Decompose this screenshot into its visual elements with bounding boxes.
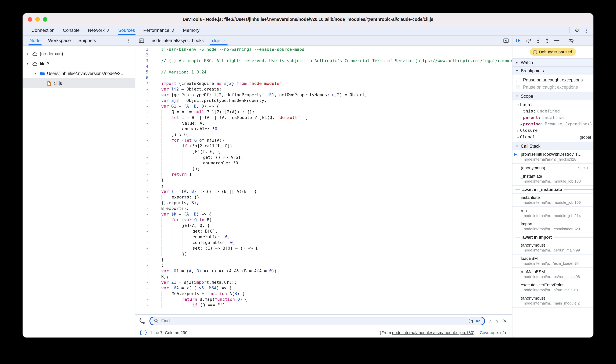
call-stack-frame[interactable]: (anonymous)node:internal/m…main_module:2 [512, 294, 593, 308]
close-tab-icon[interactable]: × [223, 38, 225, 43]
coverage-link[interactable]: Coverage: n/a [480, 330, 506, 335]
call-stack-frame[interactable]: runnode:internal/m…module_job:214 [512, 207, 593, 220]
line-gutter[interactable]: - [135, 257, 154, 262]
line-gutter[interactable]: - [135, 172, 154, 177]
line-gutter[interactable]: - [135, 92, 154, 98]
section-watch[interactable]: ▸ Watch [512, 58, 593, 67]
line-gutter[interactable]: - [135, 223, 154, 228]
line-gutter[interactable]: - [135, 280, 154, 285]
line-gutter[interactable]: - [135, 274, 154, 280]
line-gutter[interactable]: - [135, 138, 154, 143]
collapse-navigator-icon[interactable] [135, 36, 148, 45]
line-gutter[interactable]: 7 [135, 81, 154, 86]
scope-section-global[interactable]: ▸Globalglobal [512, 134, 593, 140]
zoom-window-button[interactable] [43, 17, 47, 22]
line-gutter[interactable]: 6 [135, 75, 154, 81]
step-icon[interactable] [554, 38, 560, 43]
step-into-icon[interactable] [536, 38, 541, 43]
tree-item-cli-js[interactable]: cli.js [23, 78, 135, 88]
section-scope[interactable]: ▾ Scope [512, 92, 593, 100]
tree-item-file-[interactable]: ▾file:// [23, 59, 135, 69]
line-gutter[interactable]: - [135, 240, 154, 246]
line-gutter[interactable]: - [135, 86, 154, 92]
section-call-stack[interactable]: ▾ Call Stack [512, 142, 593, 150]
line-gutter[interactable]: - [135, 251, 154, 257]
line-gutter[interactable]: - [135, 268, 154, 274]
line-gutter[interactable]: - [135, 189, 154, 194]
tree-item--no-domain-[interactable]: ▸(no domain) [23, 49, 135, 59]
checkbox[interactable] [516, 78, 520, 82]
close-window-button[interactable] [28, 17, 32, 22]
navigator-tab-workspace[interactable]: Workspace [44, 36, 74, 45]
line-gutter[interactable]: - [135, 246, 154, 251]
close-find-icon[interactable]: ✕ [503, 318, 507, 324]
line-gutter[interactable]: - [135, 194, 154, 200]
line-gutter[interactable]: - [135, 206, 154, 211]
line-gutter[interactable]: - [135, 104, 154, 109]
deactivate-breakpoints-icon[interactable] [568, 38, 574, 43]
scope-variable-parent[interactable]: parent:undefined [512, 114, 593, 121]
minimize-window-button[interactable] [35, 17, 40, 22]
line-gutter[interactable]: - [135, 228, 154, 234]
line-gutter[interactable]: - [135, 132, 154, 138]
find-input[interactable]: Find (.*) Aa [149, 316, 485, 325]
tab-memory[interactable]: Memory [179, 25, 204, 35]
line-gutter[interactable]: - [135, 217, 154, 223]
line-gutter[interactable]: - [135, 109, 154, 115]
line-gutter[interactable]: - [135, 149, 154, 155]
replace-toggle-icon[interactable]: AB [139, 317, 146, 325]
line-gutter[interactable]: - [135, 177, 154, 183]
line-gutter[interactable]: - [135, 200, 154, 206]
line-gutter[interactable]: - [135, 98, 154, 104]
regex-toggle-icon[interactable]: (.*) [468, 319, 473, 323]
expand-debugger-icon[interactable] [500, 36, 512, 45]
scope-variable-promise[interactable]: ▸promise:Promise {<pending>} [512, 121, 593, 127]
line-gutter[interactable]: - [135, 166, 154, 172]
call-stack-frame[interactable]: instantiatenode:internal/m…module_job:10… [512, 194, 593, 207]
call-stack-frame[interactable]: loadESMnode:internal/p…/esm_loader:34 [512, 255, 593, 268]
section-breakpoints[interactable]: ▾ Breakpoints [512, 67, 593, 75]
pretty-print-icon[interactable]: { } [139, 330, 147, 335]
breakpoint-option[interactable]: Pause on uncaught exceptions [512, 76, 593, 83]
call-stack-frame[interactable]: importnode:internal/m…esm/loader:329 [512, 220, 593, 233]
line-gutter[interactable]: - [135, 285, 154, 291]
tab-connection[interactable]: Connection [27, 25, 59, 35]
line-gutter[interactable]: - [135, 155, 154, 160]
line-gutter[interactable]: - [135, 160, 154, 166]
call-stack-frame[interactable]: (anonymous)cli.js:1 [512, 164, 593, 172]
line-gutter[interactable]: 5 [135, 69, 154, 75]
line-gutter[interactable]: - [135, 291, 154, 297]
line-gutter[interactable]: - [135, 120, 154, 126]
line-gutter[interactable]: - [135, 234, 154, 240]
settings-gear-icon[interactable]: ⚙ [574, 28, 579, 33]
step-over-icon[interactable] [526, 38, 532, 43]
line-gutter[interactable]: - [135, 211, 154, 217]
step-out-icon[interactable] [545, 38, 550, 43]
more-options-icon[interactable]: ⋮ [584, 27, 589, 33]
tree-item-users-jinhuilee-nvm-versions-node-v2-[interactable]: ▾Users/jinhuilee/.nvm/versions/node/v2… [23, 69, 135, 78]
source-editor[interactable]: 1#!/usr/bin/env -S node --no-warnings --… [135, 46, 512, 314]
scope-section-local[interactable]: ▾Local [512, 102, 593, 108]
line-gutter[interactable]: - [135, 183, 154, 189]
source-origin-link[interactable]: node:internal/modules/esm/module_job:130 [392, 330, 473, 335]
line-gutter[interactable]: 2 [135, 52, 154, 58]
editor-tab-cli-js[interactable]: cli.js× [208, 36, 230, 45]
line-gutter[interactable]: 4 [135, 64, 154, 69]
line-gutter[interactable]: - [135, 297, 154, 302]
tab-network[interactable]: Network [84, 25, 114, 35]
breakpoint-option[interactable]: Pause on caught exceptions [512, 83, 593, 91]
call-stack-frame[interactable]: executeUserEntryPointnode:internal/m…s/r… [512, 281, 593, 294]
navigator-more-icon[interactable]: ⋮ [121, 36, 135, 45]
scope-variable-this[interactable]: this:undefined [512, 108, 593, 114]
scope-section-closure[interactable]: ▸Closure [512, 127, 593, 134]
find-next-icon[interactable]: ∨ [496, 318, 499, 323]
line-gutter[interactable]: - [135, 302, 154, 308]
checkbox[interactable] [516, 85, 520, 89]
resume-script-icon[interactable] [516, 38, 521, 43]
call-stack-frame[interactable]: _instantiatenode:internal/m…module_job:1… [512, 172, 593, 186]
find-previous-icon[interactable]: ∧ [489, 318, 492, 323]
line-gutter[interactable]: 3 [135, 58, 154, 64]
line-gutter[interactable]: - [135, 143, 154, 149]
navigator-tab-node[interactable]: Node [26, 36, 44, 45]
call-stack-frame[interactable]: ▶promiseInitHookWithDestroyTr…node:inter… [512, 150, 593, 164]
